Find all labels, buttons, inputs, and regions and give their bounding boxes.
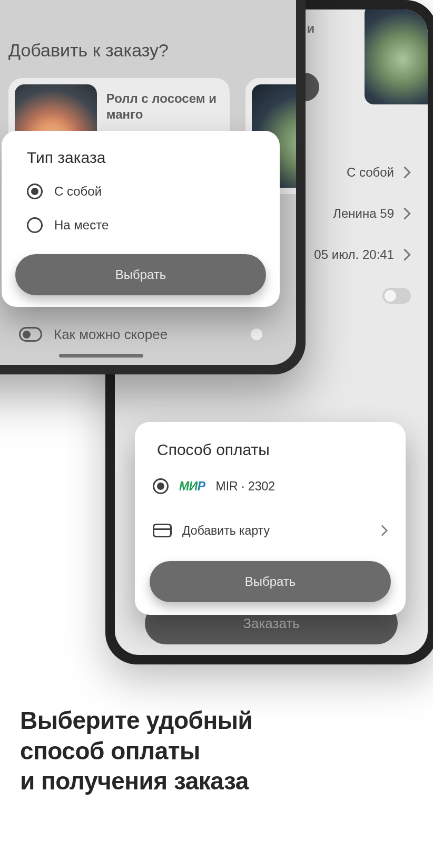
toggle-icon <box>19 327 42 342</box>
row-address-value: Ленина 59 <box>333 206 394 221</box>
caption-line: Выберите удобный <box>20 706 413 736</box>
payment-method-modal: Способ оплаты МИР MIR · 2302 Добавить ка… <box>135 422 406 615</box>
payment-modal-title: Способ оплаты <box>150 441 391 459</box>
chevron-right-icon <box>404 167 411 178</box>
home-indicator <box>59 354 143 358</box>
row-asap-front[interactable]: Как можно скорее <box>19 320 277 349</box>
row-order-type-value: С собой <box>347 165 394 180</box>
add-card-row[interactable]: Добавить карту <box>150 514 391 547</box>
chevron-right-icon <box>381 525 388 536</box>
radio-selected-icon <box>153 478 169 494</box>
mir-logo-icon: МИР <box>179 479 205 494</box>
chevron-right-icon <box>404 249 411 261</box>
option-dinein-label: На месте <box>54 218 109 233</box>
order-type-options: С собой На месте <box>15 184 266 233</box>
asap-switch[interactable] <box>249 326 277 342</box>
radio-selected-icon <box>27 184 43 199</box>
chevron-right-icon <box>404 208 411 219</box>
row-asap-label: Как можно скорее <box>54 326 168 343</box>
promo-caption: Выберите удобный способ оплаты и получен… <box>20 706 413 797</box>
payment-option-mir[interactable]: МИР MIR · 2302 <box>150 469 391 503</box>
radio-unselected-icon <box>27 217 43 233</box>
row-datetime-value: 05 июл. 20:41 <box>314 247 394 262</box>
option-takeaway[interactable]: С собой <box>27 184 266 199</box>
add-card-label: Добавить карту <box>182 524 270 538</box>
option-dinein[interactable]: На месте <box>27 217 266 233</box>
payment-select-button[interactable]: Выбрать <box>150 561 391 602</box>
credit-card-icon <box>153 524 172 537</box>
order-type-title: Тип заказа <box>15 149 266 167</box>
option-takeaway-label: С собой <box>54 184 102 199</box>
add-to-order-heading: Добавить к заказу? <box>8 40 169 61</box>
caption-line: и получения заказа <box>20 766 413 797</box>
order-type-select-button[interactable]: Выбрать <box>15 254 266 295</box>
asap-switch[interactable] <box>382 288 411 304</box>
product-thumbnail <box>365 9 428 104</box>
payment-card-label: MIR · 2302 <box>216 479 275 494</box>
order-type-modal: Тип заказа С собой На месте Выбрать <box>2 131 280 307</box>
caption-line: способ оплаты <box>20 736 413 767</box>
